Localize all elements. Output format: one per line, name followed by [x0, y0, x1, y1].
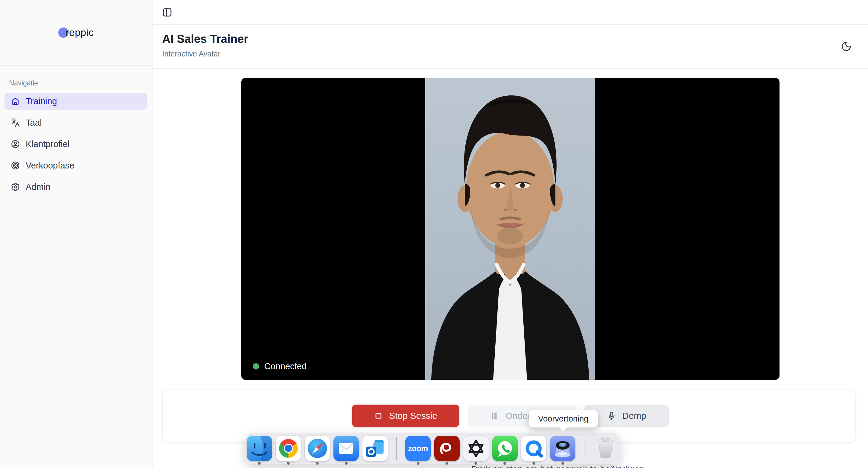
- dock-item-trash[interactable]: [591, 436, 620, 461]
- mic-icon: [607, 411, 616, 420]
- pause-icon: [490, 411, 499, 420]
- status-dot-icon: [253, 363, 259, 370]
- macos-dock: zoom: [245, 432, 620, 464]
- status-label: Connected: [264, 362, 307, 371]
- running-indicator: [287, 462, 290, 465]
- finder-icon: [247, 436, 272, 461]
- running-indicator: [532, 462, 535, 465]
- dock-item-preview[interactable]: [548, 436, 577, 461]
- brand-name: reppic: [66, 27, 94, 38]
- dock-item-finder[interactable]: [245, 436, 274, 461]
- dock-item-zoom[interactable]: zoom: [403, 436, 433, 461]
- avatar-video: Connected: [241, 78, 779, 380]
- dock-tooltip: Voorvertoning: [529, 410, 598, 428]
- sidebar-item-label: Admin: [26, 182, 51, 192]
- page-subtitle: Interactive Avatar: [162, 50, 220, 58]
- sidebar-section-label: Navigatie: [9, 79, 152, 87]
- brand-logo[interactable]: reppic: [58, 27, 94, 38]
- dock-item-mail[interactable]: [332, 436, 361, 461]
- preview-icon: [550, 436, 575, 461]
- safari-icon: [305, 436, 330, 461]
- chrome-icon: [276, 436, 301, 461]
- sidebar-item-admin[interactable]: Admin: [4, 179, 147, 195]
- dock-tooltip-label: Voorvertoning: [538, 414, 589, 424]
- trash-icon: [593, 436, 618, 461]
- running-indicator: [445, 462, 448, 465]
- dock-item-safari[interactable]: [303, 436, 332, 461]
- dock-item-whatsapp[interactable]: [491, 436, 520, 461]
- clipped-page-text: Druk op stop om het gesprek te beëindige…: [471, 464, 645, 468]
- connection-status: Connected: [253, 362, 307, 371]
- running-indicator: [258, 462, 261, 465]
- zoom-icon: zoom: [405, 436, 431, 461]
- chatgpt-icon: [463, 436, 489, 461]
- dock-item-quicktime[interactable]: [519, 436, 548, 461]
- sidebar-nav: Training Taal Klantprofiel Verkoopfase A…: [4, 93, 147, 195]
- dock-divider: [584, 437, 584, 460]
- sidebar-item-training[interactable]: Training: [4, 93, 147, 110]
- stop-session-button[interactable]: Stop Sessie: [352, 405, 459, 427]
- stop-icon: [374, 411, 383, 420]
- running-indicator: [316, 462, 319, 465]
- sidebar-item-label: Taal: [26, 118, 42, 128]
- sidebar-header: reppic: [0, 0, 152, 66]
- running-indicator: [417, 462, 420, 465]
- whatsapp-icon: [492, 436, 518, 461]
- page-header: AI Sales Trainer Interactive Avatar: [153, 25, 868, 69]
- dock-item-outlook[interactable]: [361, 436, 390, 461]
- zoom-wordmark: zoom: [408, 444, 428, 453]
- dark-mode-toggle[interactable]: [841, 41, 853, 53]
- stop-session-label: Stop Sessie: [389, 411, 437, 421]
- sidebar-item-label: Verkoopfase: [26, 161, 74, 170]
- mute-label: Demp: [622, 411, 646, 421]
- target-icon: [11, 161, 20, 170]
- languages-icon: [11, 118, 20, 127]
- sidebar-item-verkoopfase[interactable]: Verkoopfase: [4, 157, 147, 174]
- dock-item-acrobat[interactable]: [433, 436, 462, 461]
- quicktime-icon: [521, 436, 546, 461]
- gear-icon: [11, 182, 20, 191]
- dock-divider: [396, 437, 397, 460]
- running-indicator: [474, 462, 477, 465]
- moon-icon: [841, 41, 852, 52]
- running-indicator: [503, 462, 506, 465]
- acrobat-icon: [434, 436, 460, 461]
- sidebar-toggle-icon[interactable]: [162, 7, 173, 18]
- sidebar-item-klantprofiel[interactable]: Klantprofiel: [4, 135, 147, 153]
- topbar: [153, 0, 868, 25]
- user-circle-icon: [11, 139, 20, 149]
- house-icon: [11, 97, 20, 106]
- mail-icon: [334, 436, 359, 461]
- avatar-illustration: [425, 78, 595, 380]
- running-indicator: [345, 462, 348, 465]
- sidebar-item-label: Klantprofiel: [26, 139, 69, 149]
- page-title: AI Sales Trainer: [162, 33, 248, 45]
- sidebar-item-taal[interactable]: Taal: [4, 114, 147, 131]
- running-indicator: [561, 462, 564, 465]
- dock-item-chatgpt[interactable]: [462, 436, 491, 461]
- sidebar-item-label: Training: [26, 96, 57, 106]
- outlook-icon: [363, 436, 388, 461]
- dock-item-chrome[interactable]: [274, 436, 303, 461]
- sidebar: reppic Navigatie Training Taal Klantprof…: [0, 0, 153, 468]
